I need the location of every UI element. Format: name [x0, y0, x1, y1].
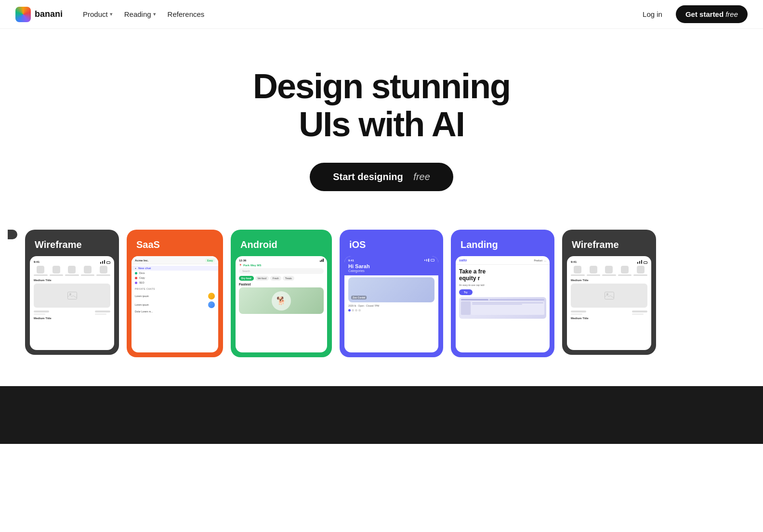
navigation: banani Product ▾ Reading ▾ References Lo…	[0, 0, 763, 29]
card-content: 9:41 Hi Sarah Categories	[344, 256, 438, 352]
card-label: SaaS	[127, 230, 223, 256]
nav-references[interactable]: References	[163, 7, 210, 21]
cards-track: Wireframe 9:41	[0, 230, 763, 357]
card-android[interactable]: Android 12:36 📍 Park Way MS Se	[231, 230, 332, 357]
card-wireframe-1[interactable]: Wireframe 9:41	[25, 230, 119, 355]
svg-point-3	[606, 293, 608, 295]
chevron-down-icon: ▾	[110, 11, 113, 17]
card-saas[interactable]: SaaS Acme Inc. Easy + New chat Docs	[127, 230, 223, 357]
card-partial-left	[8, 230, 17, 239]
card-content: Acme Inc. Easy + New chat Docs Cop	[132, 256, 218, 352]
cards-section: Wireframe 9:41	[0, 220, 763, 386]
nav-product[interactable]: Product ▾	[78, 7, 118, 21]
bottom-section	[0, 386, 763, 444]
card-wireframe-2[interactable]: Wireframe 9:41	[562, 230, 656, 355]
card-label: Android	[231, 230, 332, 256]
card-landing[interactable]: Landing salto Product ... Take a freequi…	[451, 230, 554, 357]
hero-title: Design stunning UIs with AI	[253, 67, 510, 143]
get-started-button[interactable]: Get started free	[676, 5, 748, 23]
card-content: 12:36 📍 Park Way MS Search Dry food	[236, 256, 327, 352]
card-label: Landing	[451, 230, 554, 256]
card-label: iOS	[340, 230, 443, 256]
brand-name: banani	[35, 9, 63, 19]
card-label: Wireframe	[562, 230, 656, 256]
nav-links: Product ▾ Reading ▾ References	[78, 7, 209, 21]
hero-section: Design stunning UIs with AI Start design…	[0, 29, 763, 220]
card-content: 9:41	[30, 256, 114, 350]
nav-left: banani Product ▾ Reading ▾ References	[15, 7, 209, 22]
logo-icon	[15, 7, 31, 22]
card-label: Wireframe	[25, 230, 119, 256]
nav-reading[interactable]: Reading ▾	[119, 7, 161, 21]
svg-point-1	[69, 293, 71, 295]
nav-right: Log in Get started free	[635, 5, 748, 23]
chevron-down-icon: ▾	[153, 11, 156, 17]
card-content: 9:41	[567, 256, 651, 350]
card-ios[interactable]: iOS 9:41 Hi Sarah Categories	[340, 230, 443, 357]
logo[interactable]: banani	[15, 7, 63, 22]
hero-cta-button[interactable]: Start designing free	[310, 163, 453, 191]
card-content: salto Product ... Take a freequity r An …	[456, 256, 550, 352]
login-button[interactable]: Log in	[635, 6, 670, 22]
